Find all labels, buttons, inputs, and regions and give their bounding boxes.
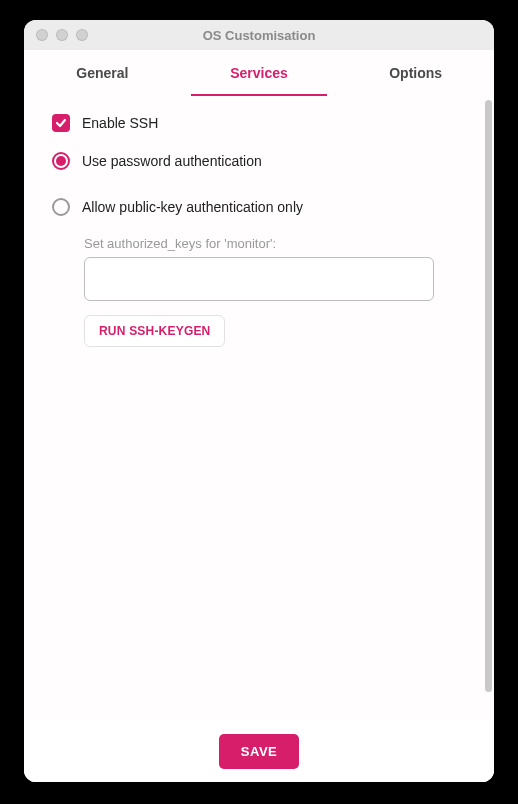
save-button[interactable]: SAVE	[219, 734, 299, 769]
services-panel: Enable SSH Use password authentication A…	[24, 96, 494, 720]
authorized-keys-input[interactable]	[84, 257, 434, 301]
radio-password-auth-label: Use password authentication	[82, 153, 262, 169]
ssh-auth-group: Use password authentication Allow public…	[52, 152, 466, 216]
window-body: General Services Options Enable SSH	[24, 50, 494, 782]
content-wrap: Enable SSH Use password authentication A…	[24, 96, 494, 720]
enable-ssh-row[interactable]: Enable SSH	[52, 114, 466, 132]
radio-pubkey-auth-button[interactable]	[52, 198, 70, 216]
radio-pubkey-auth[interactable]: Allow public-key authentication only	[52, 198, 466, 216]
radio-pubkey-auth-label: Allow public-key authentication only	[82, 199, 303, 215]
tab-options[interactable]: Options	[337, 50, 494, 96]
window-controls	[36, 29, 88, 41]
tab-general[interactable]: General	[24, 50, 181, 96]
close-window-button[interactable]	[36, 29, 48, 41]
titlebar: OS Customisation	[24, 20, 494, 50]
authorized-keys-section: Set authorized_keys for 'monitor': RUN S…	[84, 236, 466, 347]
minimize-window-button[interactable]	[56, 29, 68, 41]
zoom-window-button[interactable]	[76, 29, 88, 41]
check-icon	[54, 116, 68, 130]
os-customisation-window: OS Customisation General Services Option…	[24, 20, 494, 782]
tab-services[interactable]: Services	[181, 50, 338, 96]
authorized-keys-label: Set authorized_keys for 'monitor':	[84, 236, 466, 251]
radio-password-auth-button[interactable]	[52, 152, 70, 170]
radio-password-auth[interactable]: Use password authentication	[52, 152, 466, 170]
enable-ssh-label: Enable SSH	[82, 115, 158, 131]
window-title: OS Customisation	[24, 28, 494, 43]
enable-ssh-checkbox[interactable]	[52, 114, 70, 132]
footer: SAVE	[24, 720, 494, 782]
run-ssh-keygen-button[interactable]: RUN SSH-KEYGEN	[84, 315, 225, 347]
scrollbar[interactable]	[485, 100, 492, 692]
tab-bar: General Services Options	[24, 50, 494, 96]
